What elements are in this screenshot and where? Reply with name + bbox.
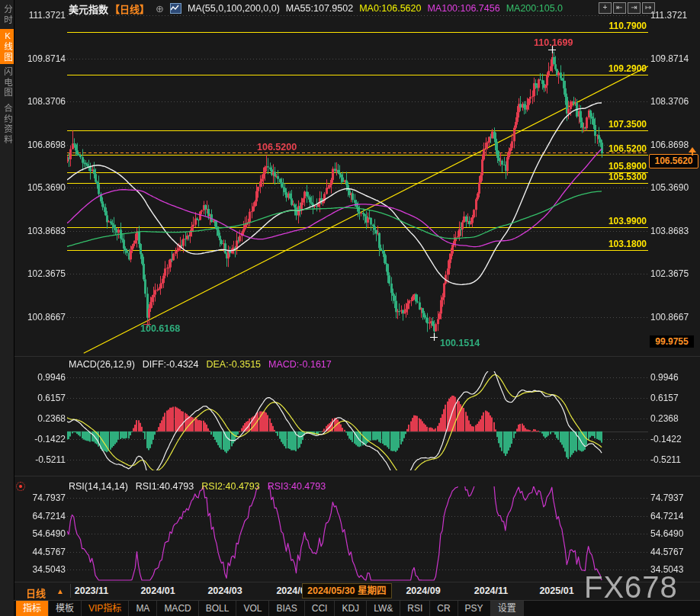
y-axis-label: 44.5767 xyxy=(17,547,66,557)
y-axis-label: 0.2368 xyxy=(17,413,66,424)
y-axis-label: -0.5211 xyxy=(650,454,681,465)
level-price-label: 105.5300 xyxy=(601,172,647,182)
toolbar-item-RSI[interactable]: RSI xyxy=(400,601,430,616)
panel-separator xyxy=(14,356,700,357)
level-price-label: 103.9900 xyxy=(601,216,647,226)
rsi-header: RSI(14,14,14) RSI1:40.4793 RSI2:40.4793 … xyxy=(69,481,326,492)
toolbar-item-MA[interactable]: MA xyxy=(129,601,157,616)
toolbar-item-VIP指标[interactable]: VIP指标 xyxy=(82,601,129,616)
toolbar-item-MACD[interactable]: MACD xyxy=(157,601,198,616)
y-axis-label: 74.7937 xyxy=(17,492,66,503)
level-price-label: 109.2900 xyxy=(601,63,647,74)
indicator-marker-icon[interactable] xyxy=(16,482,25,491)
toolbar-item-模板[interactable]: 模板 xyxy=(49,601,82,616)
y-axis-label: 106.8698 xyxy=(650,140,689,150)
y-axis-label: 44.5767 xyxy=(650,547,683,557)
selected-date-badge: 2024/05/30 星期四 xyxy=(302,583,392,598)
y-axis-label: 34.5043 xyxy=(17,564,66,575)
panel-separator xyxy=(14,476,700,476)
add-overlay-icon[interactable]: ⊕ xyxy=(156,4,164,14)
macd-macd-value: MACD:-0.1617 xyxy=(268,359,332,370)
y-axis-label: 74.7937 xyxy=(650,492,683,503)
sidebar-tab-1[interactable]: 分时图 xyxy=(0,2,14,27)
rsi3-value: RSI3:40.4793 xyxy=(268,481,326,492)
range-min-badge: 99.9755 xyxy=(650,335,694,348)
y-axis-label: 0.9946 xyxy=(17,372,66,383)
current-price-badge: 106.5620 xyxy=(649,154,698,168)
mini-chart-icon[interactable] xyxy=(170,3,181,14)
y-axis-label: 108.3706 xyxy=(650,96,689,107)
y-axis-label: 111.3721 xyxy=(17,10,66,21)
y-axis-label: 0.2368 xyxy=(650,413,679,424)
level-price-label: 110.7900 xyxy=(601,21,647,31)
period-selector[interactable]: 日线 xyxy=(26,586,46,600)
y-axis-label: 100.8667 xyxy=(650,312,689,322)
level-price-label: 106.5200 xyxy=(601,143,647,154)
y-axis-label: 0.6157 xyxy=(650,393,679,403)
toolbar-item-PSY[interactable]: PSY xyxy=(458,601,491,616)
toolbar-item-设置[interactable]: 设置 xyxy=(491,601,524,616)
price-annotation: 106.5200 xyxy=(257,142,297,152)
period-arrow-icon[interactable]: ▲ xyxy=(56,587,64,595)
compress-time-icon[interactable]: ⇤ xyxy=(613,2,626,14)
sidebar-tab-3[interactable]: 闪电图 xyxy=(0,66,14,99)
y-axis-label: 103.8683 xyxy=(650,226,689,236)
macd-header: MACD(26,12,9) DIFF:-0.4324 DEA:-0.3515 M… xyxy=(69,359,332,370)
y-axis-label: 64.7214 xyxy=(17,511,66,521)
y-axis-label: 109.8714 xyxy=(17,53,66,64)
sidebar-tab-2[interactable]: K线图 xyxy=(0,29,14,64)
y-axis-label: -0.1422 xyxy=(650,434,682,444)
rsi-title: RSI(14,14,14) xyxy=(69,481,128,492)
period-tag: 【日线】 xyxy=(110,2,149,16)
ma-formula-label: MA(55,0,100,200,0,0) xyxy=(188,3,280,14)
y-axis-label: 105.3690 xyxy=(17,182,66,193)
y-axis-label: -0.5211 xyxy=(17,454,66,465)
y-axis-label: -0.1422 xyxy=(17,434,66,444)
left-sidebar: 分时图K线图闪电图合约资料 xyxy=(0,0,14,616)
y-axis-label: 64.7214 xyxy=(650,511,683,521)
toolbar-item-CCI[interactable]: CCI xyxy=(305,601,336,616)
toolbar-item-BOLL[interactable]: BOLL xyxy=(199,601,237,616)
price-annotation: 100.6168 xyxy=(140,323,180,334)
date-axis-label: 2023/11 xyxy=(75,586,109,596)
level-price-label: 103.1800 xyxy=(601,239,647,249)
date-axis-label: 2024/09 xyxy=(406,586,440,596)
latest-price-marker-icon xyxy=(689,147,696,156)
price-annotation: 100.1514 xyxy=(440,338,480,348)
chart-toolbar-icons: +⇤⇥↦ xyxy=(599,2,655,14)
toolbar-item-CR[interactable]: CR xyxy=(430,601,458,616)
y-axis-label: 54.6490 xyxy=(650,528,683,539)
y-axis-label: 102.3675 xyxy=(650,268,689,279)
sidebar-tab-4[interactable]: 合约资料 xyxy=(0,101,14,147)
ma200-value: MA200:105.0 xyxy=(506,3,563,14)
toolbar-item-LW&[interactable]: LW& xyxy=(367,601,400,616)
date-axis-label: 2024/11 xyxy=(474,586,509,596)
price-annotation: 110.1699 xyxy=(534,37,573,48)
macd-diff-value: DIFF:-0.4324 xyxy=(143,359,199,370)
y-axis-label: 109.8714 xyxy=(650,53,689,64)
toolbar-item-KDJ[interactable]: KDJ xyxy=(335,601,367,616)
ma55-value: MA55:107.9502 xyxy=(286,3,353,14)
toolbar-item-VOL[interactable]: VOL xyxy=(236,601,269,616)
date-axis-label: 2024/01 xyxy=(140,586,175,596)
level-price-label: 107.3500 xyxy=(601,119,647,130)
y-axis-label: 100.8667 xyxy=(17,312,66,322)
toolbar-item-BIAS[interactable]: BIAS xyxy=(269,601,304,616)
date-axis-label: 2024/03 xyxy=(207,586,242,596)
toolbar-item-指标[interactable]: 指标 xyxy=(16,601,49,616)
y-axis-label: 111.3721 xyxy=(650,10,687,21)
y-axis-label: 108.3706 xyxy=(17,96,66,107)
pan-icon[interactable]: + xyxy=(599,2,612,14)
y-axis-label: 0.9946 xyxy=(650,372,679,383)
level-price-label: 105.8900 xyxy=(601,161,647,172)
macd-title: MACD(26,12,9) xyxy=(69,359,135,370)
y-axis-label: 54.6490 xyxy=(17,528,66,539)
y-axis-label: 103.8683 xyxy=(17,226,66,236)
y-axis-label: 106.8698 xyxy=(17,140,66,150)
y-axis-label: 102.3675 xyxy=(17,268,66,279)
expand-time-icon[interactable]: ⇥ xyxy=(628,2,641,14)
trading-app-window: 分时图K线图闪电图合约资料 美元指数【日线】 ⊕ MA(55,0,100,200… xyxy=(0,0,700,616)
price-chart-canvas[interactable] xyxy=(0,0,700,616)
chart-header: 美元指数【日线】 ⊕ MA(55,0,100,200,0,0) MA55:107… xyxy=(69,2,563,14)
divider xyxy=(70,584,71,598)
